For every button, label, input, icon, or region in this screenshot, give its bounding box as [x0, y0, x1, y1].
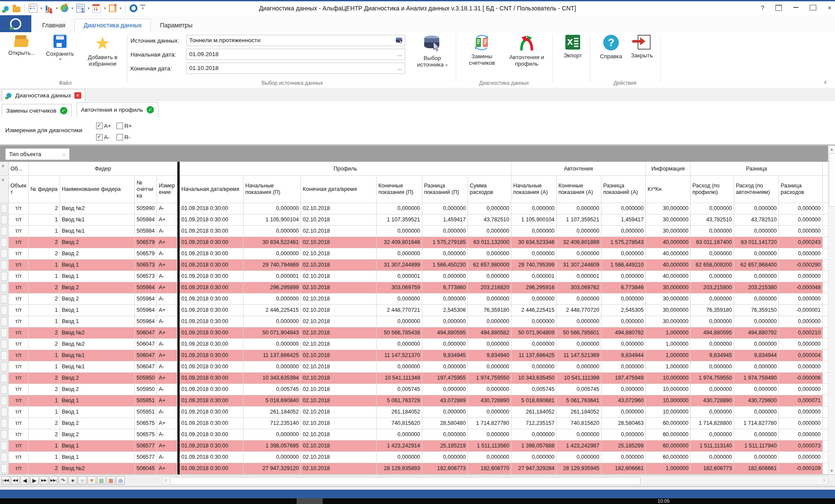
- add-favorite-button[interactable]: ★ Добавить в избранное: [81, 35, 124, 67]
- cell[interactable]: 0,000001: [511, 271, 557, 282]
- cell[interactable]: 0,000000: [734, 203, 779, 214]
- cell[interactable]: 10,000000: [646, 373, 691, 384]
- cell[interactable]: 1: [29, 316, 60, 327]
- cell[interactable]: 40,000000: [646, 260, 691, 271]
- cell[interactable]: 10 343,635394: [244, 373, 301, 384]
- cell[interactable]: 0,000000: [601, 407, 646, 418]
- cell[interactable]: 505951: [135, 407, 157, 418]
- cell[interactable]: 261,184052: [557, 407, 601, 418]
- cell[interactable]: 60,000000: [646, 452, 691, 463]
- table-row[interactable]: т/т1Ввод 1505964А-01.09.2018 0:30:000,00…: [0, 316, 828, 327]
- group-field-button[interactable]: Тип объекта △: [5, 148, 70, 160]
- cell[interactable]: 0,000000: [244, 452, 301, 463]
- cell[interactable]: А-: [157, 384, 177, 395]
- cell[interactable]: 0,000000: [422, 407, 468, 418]
- cell[interactable]: 505964: [135, 294, 157, 305]
- cell[interactable]: т/т: [9, 452, 29, 463]
- cell[interactable]: 0,000000: [244, 429, 301, 441]
- cell[interactable]: 303,069759: [377, 282, 422, 294]
- cell[interactable]: 1 423,242914: [377, 441, 422, 452]
- table-row[interactable]: т/т2Ввод №2505990А-01.09.2018 0:30:000,0…: [0, 203, 828, 214]
- cell[interactable]: 0,000000: [377, 316, 422, 327]
- cell[interactable]: А-: [157, 203, 177, 214]
- cell[interactable]: 76,359180: [691, 305, 734, 316]
- cell[interactable]: 02.10.2018: [301, 214, 377, 226]
- cell[interactable]: 0,000000: [691, 339, 734, 350]
- cell[interactable]: 0,000000: [557, 361, 601, 373]
- cell[interactable]: 01.09.2018 0:30:00: [180, 441, 244, 452]
- cell[interactable]: 02.10.2018: [301, 441, 377, 452]
- row-indicator[interactable]: [0, 282, 9, 294]
- cell[interactable]: 506579: [135, 237, 157, 248]
- cell[interactable]: 0,000000: [601, 294, 646, 305]
- cell[interactable]: 30,000000: [646, 282, 691, 294]
- cell[interactable]: 30,000000: [646, 305, 691, 316]
- cell[interactable]: 0,000000: [244, 248, 301, 260]
- cell[interactable]: 0,000000: [601, 248, 646, 260]
- cell[interactable]: 02.10.2018: [301, 384, 377, 395]
- cell[interactable]: 740,815620: [377, 418, 422, 429]
- column-header[interactable]: Конечные показания (А): [557, 176, 601, 203]
- cell[interactable]: 0,000000: [422, 316, 468, 327]
- cell[interactable]: 0,000000: [377, 452, 422, 463]
- cell[interactable]: 0,000000: [779, 339, 823, 350]
- cell[interactable]: 02.10.2018: [301, 271, 377, 282]
- cell[interactable]: 494,880595: [422, 327, 468, 339]
- cell[interactable]: 1: [29, 395, 60, 407]
- cell[interactable]: 60,000000: [646, 429, 691, 441]
- cell[interactable]: 0,000000: [734, 294, 779, 305]
- cell[interactable]: 0,000000: [468, 248, 511, 260]
- column-header[interactable]: Разница показаний (А): [601, 176, 646, 203]
- group-header[interactable]: Авточтения: [511, 162, 646, 176]
- row-indicator[interactable]: [0, 418, 9, 429]
- table-row[interactable]: т/т1Ввод №1505984А+01.09.2018 0:30:001 1…: [0, 214, 828, 226]
- cell[interactable]: 10 541,111349: [377, 373, 422, 384]
- row-indicator[interactable]: [0, 203, 9, 214]
- cell[interactable]: 0,000000: [779, 271, 823, 282]
- cell[interactable]: т/т: [9, 407, 29, 418]
- cell[interactable]: Ввод №1: [60, 350, 135, 361]
- cell[interactable]: т/т: [9, 384, 29, 395]
- cell[interactable]: Ввод №2: [60, 203, 135, 214]
- cell[interactable]: 0,000000: [422, 339, 468, 350]
- cell[interactable]: 2 446,225415: [511, 305, 557, 316]
- cell[interactable]: 43,072889: [422, 395, 468, 407]
- cell[interactable]: т/т: [9, 395, 29, 407]
- row-indicator[interactable]: [0, 463, 9, 474]
- maximize-button[interactable]: [810, 5, 816, 10]
- cell[interactable]: 0,000004: [779, 350, 823, 361]
- cell[interactable]: 0,000000: [734, 226, 779, 237]
- cell[interactable]: 261,184052: [244, 407, 301, 418]
- cell[interactable]: 1,000000: [646, 350, 691, 361]
- cell[interactable]: 0,000000: [377, 294, 422, 305]
- cell[interactable]: 60,000000: [646, 441, 691, 452]
- cell[interactable]: 02.10.2018: [301, 339, 377, 350]
- cell[interactable]: 02.10.2018: [301, 463, 377, 474]
- cell[interactable]: 0,000000: [468, 226, 511, 237]
- cell[interactable]: 11 147,521369: [557, 350, 601, 361]
- cell[interactable]: 50 071,904809: [511, 327, 557, 339]
- cell[interactable]: А-: [157, 294, 177, 305]
- cell[interactable]: 1 107,359521: [377, 214, 422, 226]
- panel-icon[interactable]: [775, 5, 782, 11]
- cell[interactable]: 0,000000: [468, 294, 511, 305]
- cell[interactable]: 01.09.2018 0:30:00: [180, 407, 244, 418]
- row-indicator[interactable]: [0, 260, 9, 271]
- cell[interactable]: 0,000000: [734, 248, 779, 260]
- cell[interactable]: 0,000000: [601, 339, 646, 350]
- cell[interactable]: т/т: [9, 214, 29, 226]
- cell[interactable]: А-: [157, 429, 177, 441]
- cell[interactable]: 01.09.2018 0:30:00: [180, 350, 244, 361]
- cell[interactable]: 0,000000: [601, 429, 646, 441]
- cell[interactable]: 02.10.2018: [301, 373, 377, 384]
- cell[interactable]: 0,000000: [377, 248, 422, 260]
- cell[interactable]: 2: [29, 294, 60, 305]
- find-button[interactable]: ◎: [116, 476, 125, 485]
- cell[interactable]: 0,000000: [734, 452, 779, 463]
- cell[interactable]: 0,000000: [468, 271, 511, 282]
- cell[interactable]: 1: [29, 226, 60, 237]
- cell[interactable]: Ввод 1: [60, 452, 135, 463]
- column-header[interactable]: Начальные показания (А): [511, 176, 557, 203]
- cell[interactable]: 02.10.2018: [301, 327, 377, 339]
- cell[interactable]: 0,000000: [422, 203, 468, 214]
